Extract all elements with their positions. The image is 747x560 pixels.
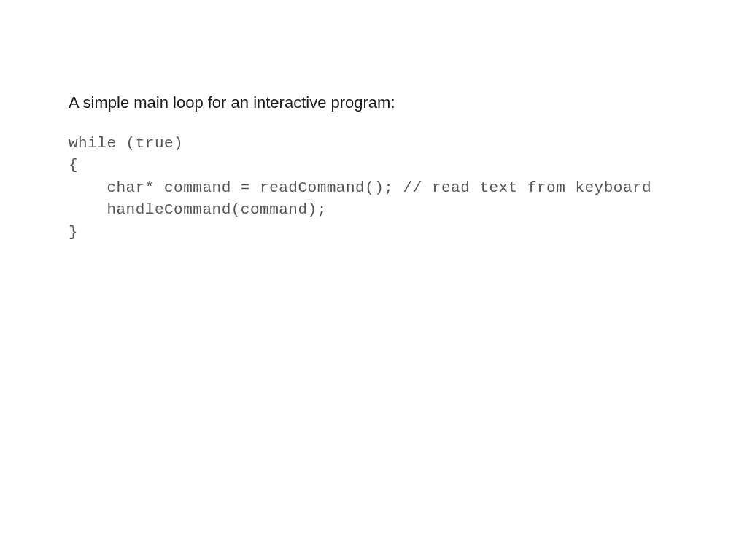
slide-content: A simple main loop for an interactive pr… xyxy=(69,93,678,244)
code-block: while (true) { char* command = readComma… xyxy=(69,133,678,244)
slide-heading: A simple main loop for an interactive pr… xyxy=(69,93,678,112)
